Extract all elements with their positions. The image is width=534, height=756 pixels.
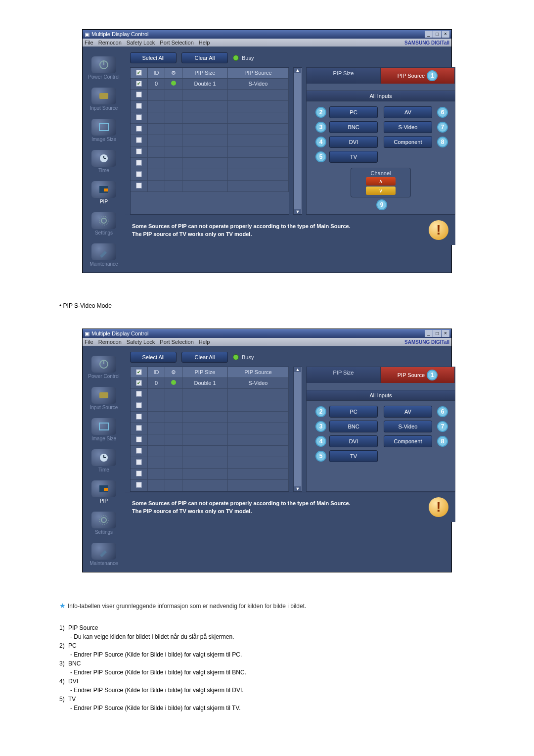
row-checkbox[interactable] xyxy=(136,482,142,488)
row-checkbox[interactable] xyxy=(136,171,142,177)
sidebar-item-settings[interactable]: Settings xyxy=(83,510,125,537)
header-checkbox[interactable] xyxy=(136,70,142,76)
row-checkbox[interactable] xyxy=(136,183,142,189)
row-checkbox[interactable] xyxy=(136,148,142,154)
row-checkbox[interactable] xyxy=(136,391,142,397)
table-row[interactable] xyxy=(131,457,289,469)
source-component-button[interactable]: Component xyxy=(384,136,432,148)
tab-pip-size[interactable]: PIP Size xyxy=(307,68,381,84)
close-button[interactable]: × xyxy=(442,330,449,337)
row-checkbox[interactable] xyxy=(136,137,142,143)
row-checkbox[interactable] xyxy=(136,380,142,386)
row-checkbox[interactable] xyxy=(136,459,142,465)
table-row[interactable] xyxy=(131,181,289,192)
row-checkbox[interactable] xyxy=(136,160,142,166)
scroll-up-icon[interactable]: ▲ xyxy=(294,68,301,73)
source-bnc-button[interactable]: BNC xyxy=(329,121,378,133)
table-row[interactable] xyxy=(131,135,289,146)
table-row[interactable] xyxy=(131,158,289,169)
sidebar-item-size[interactable]: Image Size xyxy=(83,416,125,443)
table-row[interactable]: 0 Double 1 S-Video xyxy=(131,378,289,389)
row-checkbox[interactable] xyxy=(136,425,142,431)
clear-all-button[interactable]: Clear All xyxy=(181,52,228,63)
clear-all-button[interactable]: Clear All xyxy=(181,352,228,363)
scroll-down-icon[interactable]: ▼ xyxy=(294,209,301,214)
source-component-button[interactable]: Component xyxy=(384,435,432,447)
source-bnc-button[interactable]: BNC xyxy=(329,421,378,432)
channel-down-button[interactable]: ∨ xyxy=(366,187,396,195)
table-row[interactable] xyxy=(131,434,289,446)
table-row[interactable] xyxy=(131,112,289,124)
header-checkbox[interactable] xyxy=(136,369,142,375)
table-row[interactable] xyxy=(131,480,289,491)
table-row[interactable]: 0 Double 1 S-Video xyxy=(131,79,289,90)
select-all-button[interactable]: Select All xyxy=(130,352,177,363)
table-row[interactable] xyxy=(131,146,289,158)
row-checkbox[interactable] xyxy=(136,448,142,454)
source-tv-button[interactable]: TV xyxy=(329,151,378,163)
menu-portsel[interactable]: Port Selection xyxy=(160,40,193,46)
menu-portsel[interactable]: Port Selection xyxy=(160,339,193,345)
table-row[interactable] xyxy=(131,412,289,423)
table-row[interactable] xyxy=(131,446,289,457)
row-checkbox[interactable] xyxy=(136,436,142,442)
sidebar-item-maint[interactable]: Maintenance xyxy=(83,541,125,568)
sidebar-item-maint[interactable]: Maintenance xyxy=(83,241,125,269)
row-checkbox[interactable] xyxy=(136,471,142,476)
tab-pip-source[interactable]: PIP Source1 xyxy=(381,367,455,383)
row-checkbox[interactable] xyxy=(136,126,142,132)
menu-safetylock[interactable]: Safety Lock xyxy=(127,339,155,345)
minimize-button[interactable]: _ xyxy=(425,330,433,337)
table-row[interactable] xyxy=(131,469,289,480)
source-dvi-button[interactable]: DVI xyxy=(329,136,378,148)
sidebar-item-time[interactable]: Time xyxy=(83,148,125,175)
menu-safetylock[interactable]: Safety Lock xyxy=(127,40,155,46)
sidebar-item-power[interactable]: Power Control xyxy=(83,354,125,381)
source-pc-button[interactable]: PC xyxy=(329,406,378,418)
sidebar-item-input[interactable]: Input Source xyxy=(83,86,125,113)
source-tv-button[interactable]: TV xyxy=(329,450,378,462)
sidebar-item-settings[interactable]: Settings xyxy=(83,210,125,237)
table-row[interactable] xyxy=(131,400,289,412)
table-row[interactable] xyxy=(131,169,289,181)
maximize-button[interactable]: □ xyxy=(433,31,441,38)
sidebar-item-size[interactable]: Image Size xyxy=(83,117,125,144)
source-pc-button[interactable]: PC xyxy=(329,106,378,118)
menu-remocon[interactable]: Remocon xyxy=(98,40,122,46)
table-row[interactable] xyxy=(131,389,289,400)
menu-file[interactable]: File xyxy=(85,339,93,345)
menu-help[interactable]: Help xyxy=(199,40,210,46)
row-checkbox[interactable] xyxy=(136,414,142,420)
close-button[interactable]: × xyxy=(442,31,449,38)
source-dvi-button[interactable]: DVI xyxy=(329,435,378,447)
source-av-button[interactable]: AV xyxy=(384,106,432,118)
sidebar-item-pip[interactable]: PIP xyxy=(83,478,125,506)
scroll-up-icon[interactable]: ▲ xyxy=(294,367,301,372)
sidebar-item-input[interactable]: Input Source xyxy=(83,385,125,412)
table-row[interactable] xyxy=(131,124,289,135)
sidebar-item-power[interactable]: Power Control xyxy=(83,54,125,82)
scroll-down-icon[interactable]: ▼ xyxy=(294,486,301,491)
table-scrollbar[interactable]: ▲▼ xyxy=(293,67,302,215)
tab-pip-source[interactable]: PIP Source1 xyxy=(381,68,455,84)
menu-remocon[interactable]: Remocon xyxy=(98,339,122,345)
source-svideo-button[interactable]: S-Video xyxy=(384,121,432,133)
source-av-button[interactable]: AV xyxy=(384,406,432,418)
row-checkbox[interactable] xyxy=(136,81,142,87)
sidebar-item-time[interactable]: Time xyxy=(83,447,125,474)
table-scrollbar[interactable]: ▲▼ xyxy=(293,367,302,492)
row-checkbox[interactable] xyxy=(136,92,142,97)
table-row[interactable] xyxy=(131,90,289,101)
menu-help[interactable]: Help xyxy=(199,339,210,345)
table-row[interactable] xyxy=(131,423,289,434)
tab-pip-size[interactable]: PIP Size xyxy=(307,367,381,383)
table-row[interactable] xyxy=(131,101,289,112)
sidebar-item-pip[interactable]: PIP xyxy=(83,179,125,206)
source-svideo-button[interactable]: S-Video xyxy=(384,421,432,432)
row-checkbox[interactable] xyxy=(136,103,142,109)
channel-up-button[interactable]: ∧ xyxy=(366,177,396,186)
row-checkbox[interactable] xyxy=(136,114,142,120)
select-all-button[interactable]: Select All xyxy=(130,52,177,63)
row-checkbox[interactable] xyxy=(136,402,142,408)
menu-file[interactable]: File xyxy=(85,40,93,46)
